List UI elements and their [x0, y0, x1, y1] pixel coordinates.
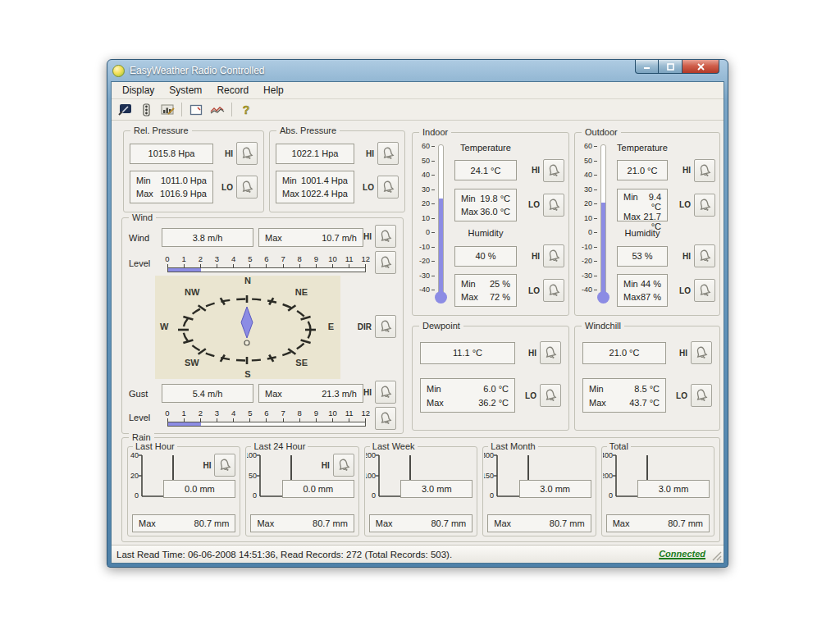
rain-last-24h-hi-alarm-button[interactable]: [333, 454, 354, 477]
alarm-bell-icon: [381, 146, 395, 161]
graph-button[interactable]: [208, 101, 227, 118]
dewpoint-min: 6.0 °C: [444, 384, 509, 394]
rain-last-hour-hi-alarm-button[interactable]: [214, 454, 235, 477]
history-chart-button[interactable]: [158, 101, 177, 118]
wind-panel: Wind Wind 3.8 m/h Max10.7 m/h Level 0123…: [121, 217, 404, 434]
maximize-button[interactable]: [659, 60, 682, 74]
wind-label: Wind: [129, 233, 157, 243]
axis-tick-label: 0: [372, 491, 376, 500]
hi-label: HI: [225, 149, 233, 158]
close-button[interactable]: [682, 60, 719, 74]
thermo-tick: 20: [415, 200, 435, 208]
compass-ne: NE: [295, 287, 308, 297]
wind-hi-alarm-button[interactable]: [375, 225, 396, 248]
abs-pressure-lo-alarm-button[interactable]: [377, 176, 399, 199]
resize-grip[interactable]: [711, 550, 722, 561]
wind-max-value: 10.7 m/h: [282, 233, 357, 243]
outdoor-humidity-lo-alarm-button[interactable]: [694, 279, 715, 302]
alarm-bell-icon: [217, 458, 232, 472]
status-text: Last Read Time: 06-06-2008 14:51:36, Rea…: [116, 550, 452, 559]
rain-total-max: Max80.7 mm: [606, 514, 710, 532]
wind-level-alarm-button[interactable]: [375, 251, 396, 274]
new-window-button[interactable]: [186, 101, 206, 118]
level-label: Level: [129, 258, 157, 268]
gust-level-fill: [168, 422, 201, 426]
axis-tick-label: 0: [609, 491, 613, 500]
connection-button[interactable]: [136, 101, 156, 118]
alarm-bell-icon: [336, 458, 351, 472]
gust-level-alarm-button[interactable]: [375, 407, 396, 430]
menu-display[interactable]: Display: [115, 83, 162, 98]
outdoor-temp-min: 9.4 °C: [641, 192, 661, 212]
gust-label: Gust: [129, 389, 157, 399]
indoor-temp-hi-alarm-button[interactable]: [543, 159, 564, 182]
alarm-bell-icon: [378, 319, 393, 334]
outdoor-humidity-minmax: Min44 % Max87 %: [617, 274, 668, 307]
indoor-humidity-hi-alarm-button[interactable]: [543, 244, 564, 267]
indoor-humidity-lo-alarm-button[interactable]: [543, 279, 564, 302]
hi-label: HI: [532, 252, 540, 261]
rel-pressure-max: 1016.9 Hpa: [153, 189, 207, 199]
abs-pressure-value: 1022.1 Hpa: [276, 144, 354, 164]
indoor-temp-lo-alarm-button[interactable]: [543, 194, 564, 217]
max-label: Max: [282, 189, 299, 199]
help-button[interactable]: ?: [236, 101, 256, 118]
rain-last-month-max-value: 80.7 mm: [511, 518, 585, 528]
alarm-bell-icon: [697, 163, 712, 178]
rel-pressure-hi-alarm-button[interactable]: [236, 142, 258, 165]
read-data-button[interactable]: [115, 101, 135, 118]
axis-tick-label: 150: [484, 472, 494, 480]
wind-compass: N NE E SE S SW W NW: [155, 276, 340, 379]
compass-se: SE: [295, 358, 308, 368]
min-label: Min: [623, 192, 641, 212]
windchill-value: 21.0 °C: [582, 342, 666, 364]
dewpoint-hi-alarm-button[interactable]: [540, 341, 561, 364]
windchill-hi-alarm-button[interactable]: [691, 341, 712, 364]
hi-label: HI: [682, 252, 691, 261]
alarm-bell-icon: [546, 283, 561, 298]
outdoor-humidity-hi-alarm-button[interactable]: [694, 244, 715, 267]
axis-tick-label: 40: [130, 451, 139, 459]
minimize-button[interactable]: [635, 60, 659, 74]
window-title: EasyWeather Radio Controlled: [130, 65, 265, 76]
menu-help[interactable]: Help: [256, 83, 291, 98]
max-label: Max: [589, 398, 606, 408]
outdoor-temp-hi-alarm-button[interactable]: [694, 159, 715, 182]
windchill-title: Windchill: [582, 321, 624, 331]
min-label: Min: [136, 176, 153, 185]
traffic-light-icon: [142, 103, 151, 116]
outdoor-temp-lo-alarm-button[interactable]: [694, 194, 715, 217]
histogram-icon: [161, 103, 175, 116]
windchill-lo-alarm-button[interactable]: [691, 384, 712, 407]
hi-label: HI: [366, 149, 374, 158]
abs-pressure-hi-alarm-button[interactable]: [377, 142, 399, 165]
dewpoint-lo-alarm-button[interactable]: [540, 384, 561, 407]
axis-tick-label: 0: [490, 491, 494, 500]
lo-label: LO: [679, 200, 691, 209]
graph-icon: [210, 104, 225, 115]
indoor-humidity-minmax: Min25 % Max72 %: [454, 274, 517, 307]
axis-tick-label: 300: [484, 451, 494, 459]
thermo-tick: -40: [415, 286, 435, 294]
axis-tick-label: 50: [249, 472, 257, 480]
lo-label: LO: [679, 286, 691, 295]
thermo-tick: -30: [578, 272, 597, 280]
window-body: Display System Record Help: [111, 81, 724, 564]
outdoor-panel-title: Outdoor: [582, 127, 621, 137]
gust-hi-alarm-button[interactable]: [375, 381, 396, 404]
outdoor-humidity-value: 53 %: [617, 246, 668, 267]
max-label: Max: [136, 189, 153, 199]
alarm-bell-icon: [694, 345, 709, 360]
menu-system[interactable]: System: [162, 83, 209, 98]
indoor-temp-min: 19.8 °C: [478, 194, 510, 203]
menu-record[interactable]: Record: [209, 83, 256, 98]
rel-pressure-lo-alarm-button[interactable]: [236, 176, 258, 199]
scale-tick-label: 2: [194, 409, 206, 418]
wind-panel-title: Wind: [129, 212, 156, 222]
titlebar[interactable]: EasyWeather Radio Controlled: [111, 60, 724, 81]
wind-direction-alarm-button[interactable]: [375, 315, 396, 338]
alarm-bell-icon: [546, 163, 561, 178]
abs-pressure-max: 1022.4 Hpa: [299, 189, 348, 199]
compass-needle: [241, 307, 253, 338]
rain-last-month-max: Max80.7 mm: [487, 514, 591, 532]
